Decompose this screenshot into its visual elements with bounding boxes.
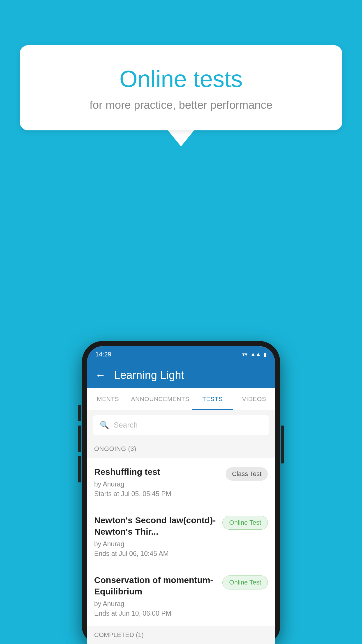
test-item-conservation[interactable]: Conservation of momentum-Equilibrium by … — [87, 566, 275, 626]
test-info-conservation: Conservation of momentum-Equilibrium by … — [94, 574, 222, 617]
status-bar-area: 14:29 ▾▾ ▲▲ ▮ — [87, 346, 275, 362]
speech-bubble-subtitle: for more practice, better performance — [37, 99, 325, 111]
test-time-reshuffling: Starts at Jul 05, 05:45 PM — [94, 490, 221, 498]
speech-bubble: Online tests for more practice, better p… — [20, 45, 342, 130]
test-info-reshuffling: Reshuffling test by Anurag Starts at Jul… — [94, 466, 226, 498]
speech-bubble-arrow — [168, 130, 194, 146]
phone-side-button-vol-up — [78, 405, 81, 421]
tab-tests[interactable]: TESTS — [192, 388, 233, 410]
search-placeholder-text: Search — [114, 421, 138, 430]
tab-announcements[interactable]: ANNOUNCEMENTS — [129, 388, 192, 410]
test-item-reshuffling[interactable]: Reshuffling test by Anurag Starts at Jul… — [87, 458, 275, 506]
tab-ments[interactable]: MENTS — [87, 388, 129, 410]
test-item-newton[interactable]: Newton's Second law(contd)-Newton's Thir… — [87, 506, 275, 566]
test-time-conservation: Ends at Jun 10, 06:00 PM — [94, 610, 218, 617]
test-title-reshuffling: Reshuffling test — [94, 466, 221, 477]
app-bar-title: Learning Light — [114, 369, 184, 382]
search-icon: 🔍 — [100, 421, 109, 430]
ongoing-section-header: ONGOING (3) — [87, 440, 275, 458]
tabs-container: MENTS ANNOUNCEMENTS TESTS VIDEOS — [87, 388, 275, 410]
signal-icon: ▲▲ — [250, 351, 261, 357]
test-title-conservation: Conservation of momentum-Equilibrium — [94, 574, 218, 597]
search-container: 🔍 Search — [87, 410, 275, 440]
phone-screen: 14:29 ▾▾ ▲▲ ▮ ← Learning Li — [87, 346, 275, 644]
test-by-reshuffling: by Anurag — [94, 480, 221, 488]
test-list: Reshuffling test by Anurag Starts at Jul… — [87, 458, 275, 626]
speech-bubble-title: Online tests — [37, 66, 325, 92]
speech-bubble-container: Online tests for more practice, better p… — [20, 45, 342, 146]
test-by-newton: by Anurag — [94, 540, 218, 548]
wifi-icon: ▾▾ — [242, 351, 247, 358]
phone-wrapper: 14:29 ▾▾ ▲▲ ▮ ← Learning Li — [82, 341, 280, 644]
tab-videos[interactable]: VIDEOS — [233, 388, 275, 410]
test-badge-reshuffling: Class Test — [226, 467, 268, 481]
test-badge-conservation: Online Test — [222, 575, 268, 589]
app-bar: ← Learning Light — [87, 362, 275, 388]
status-bar: 14:29 ▾▾ ▲▲ ▮ — [87, 346, 275, 362]
test-by-conservation: by Anurag — [94, 600, 218, 608]
back-button[interactable]: ← — [95, 369, 106, 381]
test-time-newton: Ends at Jul 06, 10:45 AM — [94, 550, 218, 558]
phone-side-button-power — [281, 426, 284, 463]
phone-outer: 14:29 ▾▾ ▲▲ ▮ ← Learning Li — [82, 341, 280, 644]
battery-icon: ▮ — [264, 351, 267, 358]
completed-section-header: COMPLETED (1) — [87, 626, 275, 644]
test-title-newton: Newton's Second law(contd)-Newton's Thir… — [94, 514, 218, 537]
status-time: 14:29 — [95, 351, 111, 358]
test-badge-newton: Online Test — [222, 516, 268, 530]
search-box[interactable]: 🔍 Search — [93, 415, 269, 435]
phone-side-button-vol-down1 — [78, 426, 81, 452]
status-icons: ▾▾ ▲▲ ▮ — [242, 351, 267, 358]
phone-side-button-vol-down2 — [78, 456, 81, 482]
test-info-newton: Newton's Second law(contd)-Newton's Thir… — [94, 514, 222, 558]
